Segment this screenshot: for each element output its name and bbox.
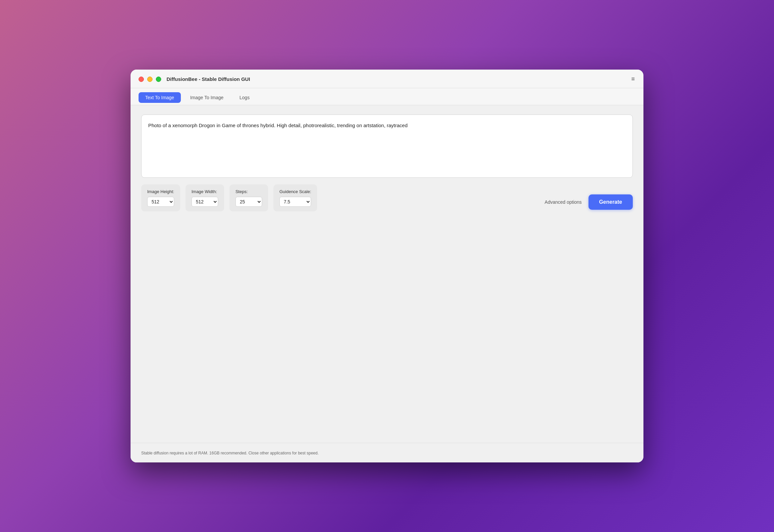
image-width-control: Image Width: 256 512 768 1024: [185, 184, 224, 211]
close-button[interactable]: [138, 77, 144, 82]
image-width-label: Image Width:: [191, 189, 218, 194]
image-height-label: Image Height:: [147, 189, 174, 194]
minimize-button[interactable]: [147, 77, 152, 82]
prompt-input[interactable]: [148, 122, 626, 169]
window-title: DiffusionBee - Stable Diffusion GUI: [166, 76, 631, 82]
controls-row: Image Height: 256 512 768 1024 Image Wid…: [141, 184, 633, 211]
spacer: [141, 218, 633, 433]
advanced-options-link[interactable]: Advanced options: [545, 199, 582, 205]
tab-logs[interactable]: Logs: [233, 92, 256, 105]
maximize-button[interactable]: [156, 77, 161, 82]
tab-bar: Text To Image Image To Image Logs: [130, 88, 644, 105]
app-window: DiffusionBee - Stable Diffusion GUI ≡ Te…: [130, 70, 644, 462]
image-width-select[interactable]: 256 512 768 1024: [191, 197, 218, 207]
status-text: Stable diffusion requires a lot of RAM. …: [141, 451, 319, 455]
image-height-select[interactable]: 256 512 768 1024: [147, 197, 174, 207]
main-content: Image Height: 256 512 768 1024 Image Wid…: [130, 105, 644, 443]
control-groups: Image Height: 256 512 768 1024 Image Wid…: [141, 184, 317, 211]
guidance-scale-label: Guidence Scale:: [279, 189, 311, 194]
steps-control: Steps: 10 20 25 30 50: [229, 184, 268, 211]
tab-image-to-image[interactable]: Image To Image: [183, 92, 230, 105]
actions-row: Advanced options Generate: [545, 184, 633, 210]
traffic-lights: [138, 77, 161, 82]
steps-select[interactable]: 10 20 25 30 50: [235, 197, 262, 207]
image-height-control: Image Height: 256 512 768 1024: [141, 184, 180, 211]
tab-text-to-image[interactable]: Text To Image: [138, 92, 181, 103]
steps-label: Steps:: [235, 189, 262, 194]
prompt-container: [141, 115, 633, 178]
status-bar: Stable diffusion requires a lot of RAM. …: [130, 443, 644, 462]
guidance-scale-select[interactable]: 1 3 5 7.5 10 15: [279, 197, 311, 207]
guidance-scale-control: Guidence Scale: 1 3 5 7.5 10 15: [273, 184, 317, 211]
generate-button[interactable]: Generate: [589, 194, 633, 210]
titlebar: DiffusionBee - Stable Diffusion GUI ≡: [130, 70, 644, 88]
menu-icon[interactable]: ≡: [631, 76, 636, 83]
